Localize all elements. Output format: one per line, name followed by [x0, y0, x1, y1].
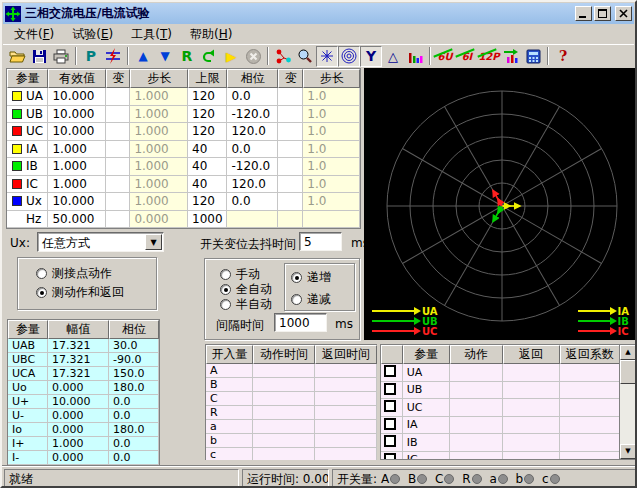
scroll-up-icon[interactable]: ▲	[620, 345, 636, 360]
return-time-cell	[315, 448, 377, 460]
vary-cell[interactable]	[106, 211, 130, 229]
decrease-icon[interactable]: ▼	[154, 46, 176, 67]
undo-icon[interactable]	[198, 46, 220, 67]
return-cell	[503, 452, 560, 461]
maximize-button[interactable]	[594, 6, 611, 21]
vary-cell[interactable]	[278, 88, 303, 106]
radio-action-return[interactable]: 测动作和返回	[36, 284, 124, 301]
vary-cell[interactable]	[106, 106, 130, 124]
rms-cell[interactable]: 10.000	[48, 88, 106, 106]
radio-icon[interactable]	[36, 268, 47, 279]
checkbox[interactable]	[384, 383, 396, 395]
limit-cell[interactable]: 120	[188, 88, 227, 106]
ux-mode-combobox[interactable]: 任意方式 ▼	[37, 232, 164, 252]
vary-cell[interactable]	[106, 193, 130, 211]
limit-cell[interactable]: 1000	[188, 211, 227, 229]
menu-file[interactable]: 文件(F)	[7, 25, 61, 44]
phase-cell[interactable]: 120.0	[227, 123, 278, 141]
start-icon[interactable]: ▶	[220, 46, 242, 67]
rms-cell[interactable]: 1.000	[48, 141, 106, 159]
phase-cell[interactable]: -120.0	[227, 158, 278, 176]
vary-cell[interactable]	[278, 106, 303, 124]
radio-semi-auto[interactable]: 半自动	[220, 296, 272, 313]
phase-cell[interactable]: 120.0	[227, 176, 278, 194]
debounce-unit: ms	[351, 236, 369, 250]
phase-cell[interactable]: 0.0	[227, 193, 278, 211]
wye-connection-icon[interactable]: Y	[360, 46, 382, 67]
vary-cell[interactable]	[106, 123, 130, 141]
vary-cell[interactable]	[106, 176, 130, 194]
action-time-cell	[253, 420, 315, 434]
vary-cell[interactable]	[278, 123, 303, 141]
limit-cell[interactable]: 40	[188, 158, 227, 176]
reset-icon[interactable]: R	[176, 46, 198, 67]
scroll-down-icon[interactable]: ▼	[620, 444, 636, 459]
fault-icon[interactable]	[102, 46, 124, 67]
radio-icon[interactable]	[220, 299, 231, 310]
din-row: R	[206, 406, 377, 420]
save-icon[interactable]	[28, 46, 50, 67]
checkbox[interactable]	[384, 365, 396, 377]
bar-chart-icon[interactable]	[404, 46, 426, 67]
scroll-thumb[interactable]	[620, 360, 636, 384]
calculator-icon[interactable]	[522, 46, 544, 67]
limit-cell[interactable]: 120	[188, 193, 227, 211]
rms-cell[interactable]: 1.000	[48, 158, 106, 176]
phase-cell[interactable]: 0.0	[227, 88, 278, 106]
six-current-icon[interactable]: 6I	[456, 46, 478, 67]
harmonics-icon[interactable]	[500, 46, 522, 67]
zoom-icon[interactable]	[294, 46, 316, 67]
rms-cell[interactable]: 10.000	[48, 193, 106, 211]
open-file-icon[interactable]	[6, 46, 28, 67]
phase-setting-icon[interactable]: P	[80, 46, 102, 67]
rays-view-icon[interactable]	[316, 46, 338, 67]
vary-cell[interactable]	[106, 88, 130, 106]
vary-cell[interactable]	[278, 176, 303, 194]
rms-cell[interactable]: 50.000	[48, 211, 106, 229]
limit-cell[interactable]: 120	[188, 106, 227, 124]
menu-help[interactable]: 帮助(H)	[183, 25, 239, 44]
checkbox[interactable]	[384, 418, 396, 430]
menu-test[interactable]: 试验(E)	[65, 25, 120, 44]
vary-cell[interactable]	[278, 141, 303, 159]
twelve-phase-icon[interactable]: 12P	[478, 46, 500, 67]
print-icon[interactable]	[50, 46, 72, 67]
checkbox[interactable]	[384, 453, 396, 460]
radio-icon[interactable]	[220, 269, 231, 280]
return-time-cell	[315, 420, 377, 434]
vary-cell[interactable]	[278, 158, 303, 176]
increase-icon[interactable]: ▲	[132, 46, 154, 67]
radio-icon[interactable]	[36, 287, 47, 298]
radio-increment[interactable]: 递增	[291, 269, 331, 286]
six-voltage-icon[interactable]: 6U	[434, 46, 456, 67]
rms-cell[interactable]: 1.000	[48, 176, 106, 194]
phase-cell[interactable]: -120.0	[227, 106, 278, 124]
rms-cell[interactable]: 10.000	[48, 123, 106, 141]
interval-input[interactable]: 1000	[274, 313, 327, 332]
limit-cell[interactable]: 120	[188, 123, 227, 141]
close-button[interactable]	[615, 6, 632, 21]
vertical-scrollbar[interactable]: ▲ ▼	[619, 345, 635, 459]
help-icon[interactable]: ?	[552, 46, 574, 67]
delta-connection-icon[interactable]: △	[382, 46, 404, 67]
radio-icon[interactable]	[220, 284, 231, 295]
rms-cell[interactable]: 10.000	[48, 106, 106, 124]
vary-cell[interactable]	[106, 141, 130, 159]
chevron-down-icon[interactable]: ▼	[145, 234, 162, 250]
limit-cell[interactable]: 40	[188, 141, 227, 159]
menu-tools[interactable]: 工具(T)	[124, 25, 179, 44]
vary-cell[interactable]	[278, 193, 303, 211]
checkbox[interactable]	[384, 435, 396, 447]
radio-decrement[interactable]: 递减	[291, 291, 331, 308]
circles-view-icon[interactable]	[338, 46, 360, 67]
checkbox[interactable]	[384, 400, 396, 412]
radio-contact-action[interactable]: 测接点动作	[36, 265, 112, 282]
phase-cell[interactable]: 0.0	[227, 141, 278, 159]
minimize-button[interactable]	[575, 6, 592, 21]
radio-icon[interactable]	[291, 294, 302, 305]
vector-diagram-icon[interactable]	[272, 46, 294, 67]
radio-icon[interactable]	[291, 272, 302, 283]
debounce-input[interactable]: 5	[299, 232, 342, 251]
vary-cell[interactable]	[106, 158, 130, 176]
limit-cell[interactable]: 40	[188, 176, 227, 194]
